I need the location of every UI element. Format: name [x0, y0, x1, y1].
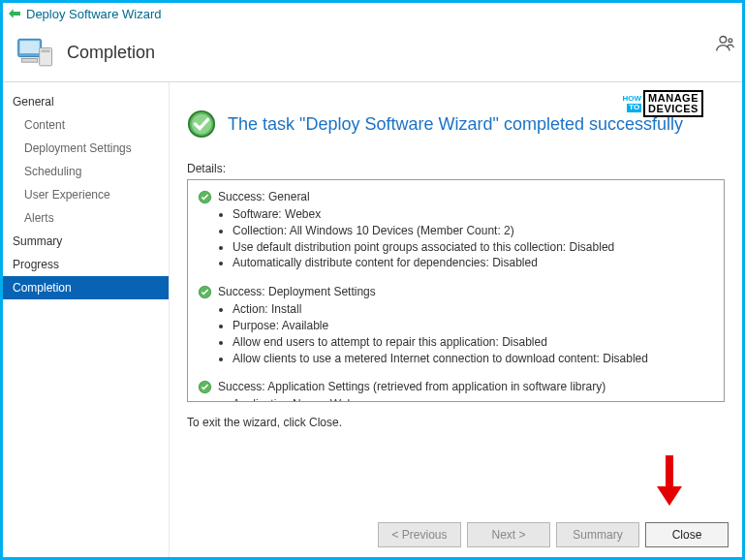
computer-icon	[15, 32, 57, 75]
wizard-title: Completion	[67, 43, 155, 63]
wizard-header: Completion	[3, 24, 742, 82]
sidebar-item-label: Summary	[13, 234, 62, 248]
sidebar-item-label: Deployment Settings	[24, 141, 132, 155]
svg-rect-1	[20, 41, 40, 53]
completion-message: The task "Deploy Software Wizard" comple…	[228, 114, 683, 135]
detail-bullet: Software: Webex	[233, 206, 718, 223]
sidebar-item-label: Alerts	[24, 211, 54, 225]
window-title: Deploy Software Wizard	[26, 7, 161, 21]
window-titlebar: Deploy Software Wizard	[3, 3, 742, 24]
sidebar-item-progress[interactable]: Progress	[3, 253, 169, 276]
annotation-arrow-icon	[653, 451, 686, 513]
svg-point-5	[720, 37, 727, 44]
detail-head: Success: General	[218, 190, 310, 203]
button-label: Summary	[573, 528, 622, 542]
sidebar-item-label: Progress	[13, 258, 59, 271]
sidebar-item-general[interactable]: General	[3, 90, 169, 113]
detail-bullet: Purpose: Available	[233, 318, 718, 334]
svg-rect-4	[21, 58, 38, 62]
button-label: Close	[672, 528, 702, 542]
detail-group-general: Success: General Software: Webex Collect…	[198, 190, 718, 271]
sidebar-item-scheduling[interactable]: Scheduling	[3, 160, 169, 183]
watermark: HOW TO MANAGE DEVICES	[623, 90, 703, 117]
app-icon	[7, 6, 22, 21]
wizard-main: The task "Deploy Software Wizard" comple…	[170, 82, 742, 557]
details-label: Details:	[187, 162, 725, 175]
wizard-sidebar: General Content Deployment Settings Sche…	[3, 82, 170, 557]
svg-point-6	[729, 39, 732, 43]
success-icon	[187, 109, 216, 139]
account-icon[interactable]	[715, 34, 734, 56]
svg-rect-3	[42, 49, 50, 52]
detail-bullet: Automatically distribute content for dep…	[233, 255, 718, 271]
sidebar-item-deployment-settings[interactable]: Deployment Settings	[3, 137, 169, 160]
detail-group-deployment: Success: Deployment Settings Action: Ins…	[198, 285, 718, 366]
exit-hint: To exit the wizard, click Close.	[187, 416, 725, 429]
sidebar-item-label: Scheduling	[24, 165, 81, 178]
detail-head: Success: Application Settings (retrieved…	[218, 380, 605, 393]
next-button: Next >	[467, 522, 550, 547]
detail-bullet: Use default distribution point groups as…	[233, 239, 718, 256]
detail-head: Success: Deployment Settings	[218, 285, 376, 298]
sidebar-item-label: Completion	[13, 281, 72, 295]
check-icon	[198, 380, 212, 394]
detail-bullet: Application Name: Webex	[233, 396, 718, 402]
detail-bullet: Allow end users to attempt to repair thi…	[233, 334, 718, 351]
watermark-devices: DEVICES	[648, 104, 698, 114]
sidebar-item-label: Content	[24, 118, 65, 132]
check-icon	[198, 190, 212, 204]
detail-bullet: Allow clients to use a metered Internet …	[233, 351, 718, 367]
detail-group-application: Success: Application Settings (retrieved…	[198, 380, 718, 402]
sidebar-item-label: General	[13, 95, 54, 109]
detail-bullet: Collection: All Windows 10 Devices (Memb…	[233, 223, 718, 239]
check-icon	[198, 285, 212, 299]
watermark-to: TO	[627, 104, 641, 112]
summary-button: Summary	[556, 522, 639, 547]
sidebar-item-user-experience[interactable]: User Experience	[3, 183, 169, 206]
sidebar-item-alerts[interactable]: Alerts	[3, 206, 169, 230]
detail-bullet: Action: Install	[233, 301, 718, 318]
button-label: < Previous	[391, 528, 447, 542]
sidebar-item-content[interactable]: Content	[3, 113, 169, 137]
details-box[interactable]: Success: General Software: Webex Collect…	[187, 179, 725, 402]
previous-button: < Previous	[378, 522, 461, 547]
button-label: Next >	[491, 528, 525, 542]
sidebar-item-completion[interactable]: Completion	[3, 276, 169, 299]
sidebar-item-label: User Experience	[24, 188, 110, 202]
close-button[interactable]: Close	[645, 522, 729, 547]
wizard-footer: < Previous Next > Summary Close	[378, 522, 729, 547]
sidebar-item-summary[interactable]: Summary	[3, 230, 169, 253]
svg-marker-13	[657, 486, 682, 506]
